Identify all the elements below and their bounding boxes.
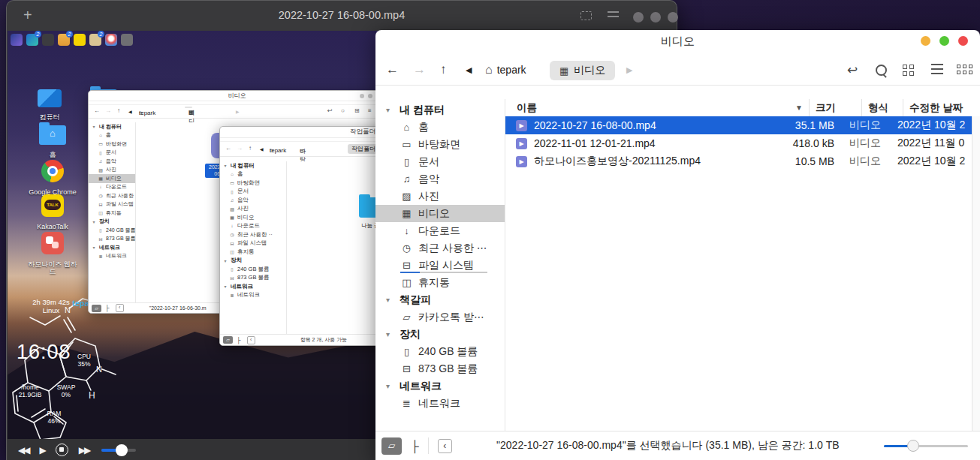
sidebar-item-label: 다운로드: [418, 224, 460, 238]
table-row[interactable]: ▶2022-10-27 16-08-00.mp4 35.1 MB 비디오 202…: [505, 116, 972, 134]
sidebar-item[interactable]: ⊟ 파일 시스템: [375, 257, 505, 274]
sidebar-item[interactable]: ▱ 카카오톡 받⋯: [375, 308, 505, 326]
sidebar-item-label: 책갈피: [400, 293, 431, 307]
sidebar-item[interactable]: ◷ 최근 사용한 ⋯: [375, 239, 505, 257]
conky-cpu: CPU35%: [68, 353, 101, 368]
seek-bar[interactable]: [101, 449, 136, 452]
window-button[interactable]: [650, 12, 661, 23]
file-size: 418.0 kB: [785, 137, 843, 149]
compact-view-icon[interactable]: [957, 65, 972, 74]
window-button[interactable]: [668, 12, 678, 23]
sidebar-item[interactable]: ▭ 바탕화면: [375, 136, 505, 153]
zoom-handle[interactable]: [907, 440, 919, 452]
mini-status-text: "2022-10-27 16-06-30.m: [149, 305, 207, 311]
file-modified: 2022년 11월 0: [891, 137, 972, 150]
sidebar-item[interactable]: ▯ 240 GB 볼륨: [375, 343, 505, 360]
toggle-panel-icon: ‹: [116, 304, 124, 312]
sidebar-item-icon: ▾: [222, 163, 228, 168]
toggle-panel-button[interactable]: ‹: [438, 439, 452, 453]
sidebar-item[interactable]: ≣ 네트워크: [375, 395, 505, 412]
status-text: "2022-10-27 16-08-00.mp4"를 선택했습니다 (35.1 …: [452, 439, 884, 452]
conky-home-disk: /home21.9GiB: [14, 383, 47, 398]
sidebar-item: ▾ 네트워크: [89, 243, 135, 252]
file-name: 하모나이즈홍보영상-20211125.mp4: [534, 155, 701, 168]
table-row[interactable]: ▶2022-11-01 12-01-21.mp4 418.0 kB 비디오 20…: [505, 134, 972, 152]
sidebar-item: ▨ 사진: [89, 166, 135, 175]
sidebar-item: ⊟ 파일 시스템: [220, 239, 286, 248]
desktop-icon: 하모나이즈 웹하드: [26, 232, 80, 275]
sidebar-item[interactable]: ▨ 사진: [375, 188, 505, 205]
desktop-icon-label: 컴퓨터: [23, 113, 77, 121]
sidebar-item-label: 240 GB 볼륨: [418, 345, 478, 359]
seek-handle[interactable]: [116, 444, 128, 456]
breadcrumb-next-icon[interactable]: ▶: [626, 65, 632, 75]
grid-view-icon[interactable]: [903, 65, 914, 76]
maximize-button[interactable]: [939, 36, 949, 46]
column-header-modified[interactable]: 수정한 날짜: [903, 99, 980, 116]
player-titlebar[interactable]: + 2022-10-27 16-08-00.mp4: [7, 1, 677, 31]
refresh-icon[interactable]: ↩: [847, 62, 858, 78]
sidebar-item[interactable]: ▾ 내 컴퓨터: [375, 101, 505, 119]
minimize-button[interactable]: [921, 36, 930, 46]
crumb-current: 작업폴더: [348, 144, 379, 154]
sidebar-item[interactable]: ▾ 네트워크: [375, 377, 505, 395]
sidebar-item-icon: ◫: [400, 277, 413, 288]
breadcrumb-home[interactable]: ⌂tepark: [485, 63, 526, 77]
fullscreen-icon[interactable]: [580, 11, 592, 20]
column-header-name[interactable]: 이름▼: [505, 99, 809, 116]
zoom-slider[interactable]: [884, 440, 968, 452]
folder-view-button[interactable]: ▱: [381, 437, 402, 455]
menu-icon[interactable]: [608, 11, 619, 20]
sidebar-item[interactable]: ▾ 장치: [375, 326, 505, 343]
rewind-button[interactable]: ◀◀: [18, 445, 29, 455]
sidebar-item-label: 다운로드: [106, 183, 127, 191]
close-button[interactable]: [958, 36, 968, 46]
prev-icon: ◀: [128, 109, 132, 114]
sidebar-item[interactable]: ▦ 비디오: [375, 205, 505, 222]
up-button[interactable]: ↑: [440, 62, 447, 77]
mini-title: 비디오: [89, 92, 385, 100]
back-button[interactable]: ←: [386, 62, 399, 77]
sidebar-item-label: 네트워크: [106, 252, 127, 260]
fm-titlebar[interactable]: 비디오: [375, 30, 980, 51]
sidebar-item[interactable]: ▾ 책갈피: [375, 291, 505, 308]
breadcrumb-prev-icon[interactable]: ◀: [466, 65, 472, 75]
fm-body: ▾ 내 컴퓨터 ⌂ 홈 ▭ 바탕화면 ▯ 문서 ♫ 음악 ▨ 사진: [375, 99, 980, 431]
forward-button[interactable]: →: [413, 62, 426, 77]
sidebar-item-label: 카카오톡 받⋯: [418, 311, 484, 324]
sidebar-item-label: 비디오: [106, 175, 122, 182]
sidebar-item[interactable]: ↓ 다운로드: [375, 222, 505, 239]
tree-view-button[interactable]: ├: [411, 440, 419, 452]
mini-sidebar: ▾ 내 컴퓨터 ⌂ 홈 ▭ 바탕화면 ▯ 문서 ♫: [220, 161, 287, 335]
column-header-size[interactable]: 크기: [809, 99, 861, 116]
sidebar-item-label: 네트워크: [400, 380, 442, 393]
search-icon[interactable]: [876, 65, 887, 76]
breadcrumb-current[interactable]: ▦비디오: [550, 61, 615, 80]
stop-button[interactable]: [56, 443, 68, 456]
sidebar-item-icon: ▦: [400, 208, 413, 219]
sidebar-item: ⌂ 홈: [220, 170, 286, 179]
sidebar-item-icon: ▦: [98, 176, 104, 181]
sidebar-item-label: 최근 사용한 ··: [237, 231, 273, 239]
window-button[interactable]: [633, 12, 644, 23]
sidebar-item-icon: ≣: [98, 254, 104, 259]
play-button[interactable]: ▶: [39, 445, 44, 455]
desktop-icon-label: 홈: [26, 151, 80, 158]
sidebar-item[interactable]: ⊟ 873 GB 볼륨: [375, 360, 505, 377]
fast-forward-button[interactable]: ▶▶: [79, 445, 89, 455]
sidebar-item: ▾ 네트워크: [220, 282, 286, 291]
sidebar-item-label: 바탕화면: [106, 140, 127, 148]
list-view-icon[interactable]: [931, 64, 943, 74]
sidebar-item[interactable]: ◫ 휴지통: [375, 274, 505, 291]
table-row[interactable]: ▶하모나이즈홍보영상-20211125.mp4 10.5 MB 비디오 2022…: [505, 152, 972, 170]
sidebar-item-icon: ▾: [381, 382, 394, 390]
sidebar-item[interactable]: ▯ 문서: [375, 153, 505, 170]
sidebar-item[interactable]: ⌂ 홈: [375, 119, 505, 136]
sidebar-item[interactable]: ♫ 음악: [375, 170, 505, 188]
fm-toolbar: ← → ↑ ◀ ⌂tepark ▦비디오 ▶ ↩: [375, 57, 980, 86]
column-header-type[interactable]: 형식: [861, 99, 903, 116]
list-view-icon: ≡: [368, 107, 372, 114]
file-name-cell: ▶2022-10-27 16-08-00.mp4: [505, 119, 785, 131]
sidebar-item: ▯ 문서: [89, 149, 135, 158]
scrollbar[interactable]: [972, 116, 980, 431]
